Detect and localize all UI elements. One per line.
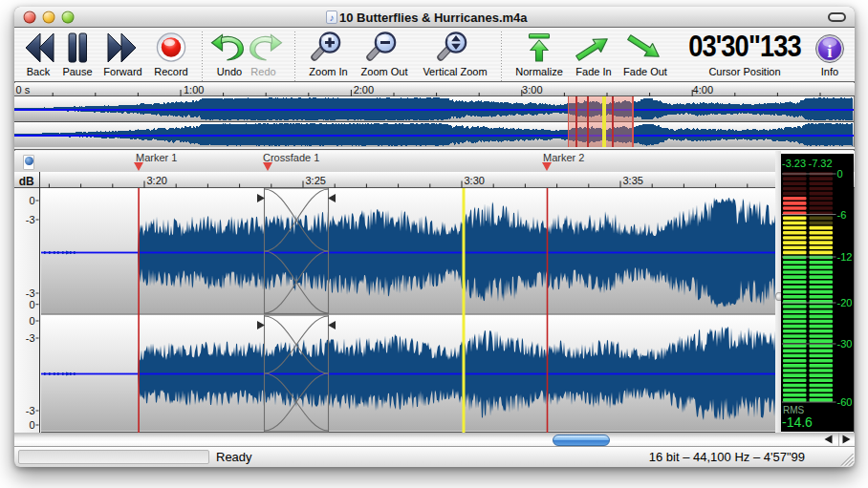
svg-text:4:00: 4:00 [693,84,713,95]
svg-text:2:00: 2:00 [354,84,374,95]
svg-text:0: 0 [29,315,34,327]
svg-text:i: i [827,41,832,61]
svg-text:-3.23: -3.23 [782,157,806,168]
svg-text:-60: -60 [837,396,853,408]
svg-text:0: 0 [29,195,34,206]
svg-text:1:00: 1:00 [184,84,204,95]
svg-text:-6: -6 [837,208,847,220]
svg-text:-30: -30 [837,338,853,350]
svg-text:-7.32: -7.32 [809,157,833,168]
svg-text:3:00: 3:00 [522,84,542,95]
svg-text:RMS: RMS [783,404,805,414]
svg-text:0: 0 [29,419,34,431]
svg-text:0 s: 0 s [16,84,31,95]
svg-text:3:25: 3:25 [305,175,325,186]
svg-text:3:35: 3:35 [622,175,642,186]
svg-text:-3: -3 [26,214,35,225]
svg-text:-14.6: -14.6 [782,414,813,430]
svg-text:-12: -12 [837,251,853,263]
svg-text:3:30: 3:30 [464,175,484,186]
svg-text:0: 0 [837,168,843,180]
svg-text:3:20: 3:20 [146,175,166,186]
svg-text:0: 0 [29,299,34,310]
svg-text:-3: -3 [26,332,35,344]
svg-text:-20: -20 [837,297,853,308]
svg-text:-3: -3 [26,405,35,416]
svg-text:-3: -3 [26,287,35,299]
